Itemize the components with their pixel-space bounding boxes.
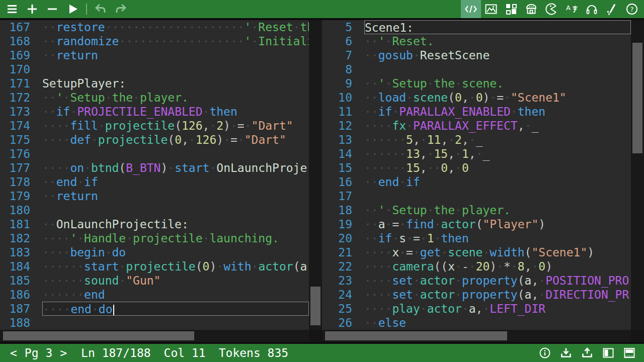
draw-tab-button[interactable] — [602, 0, 622, 18]
code-line-content[interactable]: ······13,·15,·1,·_ — [364, 147, 631, 161]
code-tab-button[interactable] — [461, 0, 481, 18]
code-line[interactable]: 21····x·=·get·scene·width("Scene1") — [322, 245, 631, 259]
code-line[interactable]: 179··return — [0, 189, 309, 203]
code-line-content[interactable]: ··a·=·find·actor("Player") — [364, 217, 631, 231]
code-line[interactable]: 5Scene1: — [322, 20, 631, 34]
upload-button[interactable] — [577, 344, 598, 362]
code-line-content[interactable]: ··return — [42, 48, 309, 62]
code-line[interactable]: 14······13,·15,·1,·_ — [322, 147, 631, 161]
code-line-content[interactable] — [42, 147, 309, 161]
code-line[interactable]: 13······5,·11,·2,·_ — [322, 133, 631, 147]
code-line-content[interactable]: ··end·if — [364, 175, 631, 189]
code-line[interactable]: 186······end — [0, 288, 309, 302]
undo-button[interactable] — [91, 0, 111, 18]
code-line[interactable]: 180 — [0, 203, 309, 217]
code-line[interactable]: 18··'·Setup·the·player. — [322, 203, 631, 217]
code-line[interactable]: 183····begin·do — [0, 245, 309, 259]
code-line-content[interactable]: ····fill·projectile(126,·2)·=·"Dart" — [42, 119, 309, 133]
code-line[interactable]: 170 — [0, 62, 309, 76]
code-line[interactable]: 182····'·Handle·projectile·launching. — [0, 231, 309, 245]
code-line[interactable]: 168··randomize··················'·Initia… — [0, 34, 309, 48]
code-line[interactable]: 175····def·projectile(0,·126)·=·"Dart" — [0, 133, 309, 147]
code-line-content[interactable]: ··'·Setup·the·scene. — [364, 76, 631, 90]
code-line-content[interactable] — [42, 62, 309, 76]
right-vertical-scrollbar[interactable] — [631, 20, 644, 330]
code-line[interactable]: 11··if·PARALLAX_ENABLED·then — [322, 105, 631, 119]
code-line[interactable]: 16··end·if — [322, 175, 631, 189]
code-line[interactable]: 22····camera((x·-·20)·*·8,·0) — [322, 259, 631, 274]
code-line-content[interactable]: ··'·Reset. — [364, 34, 631, 48]
code-line-content[interactable]: ····def·projectile(0,·126)·=·"Dart" — [42, 133, 309, 147]
code-line[interactable]: 12····fx·PARALLAX_EFFECT,·_ — [322, 119, 631, 133]
code-line-content[interactable]: ··return — [42, 189, 309, 203]
code-line-content[interactable]: ····set·actor·property(a,·DIRECTION_PR — [364, 288, 631, 302]
code-line-content[interactable]: ····set·actor·property(a,·POSITION_PRO — [364, 274, 631, 288]
code-line-content[interactable]: ··end·if — [42, 175, 309, 189]
code-line[interactable]: 8 — [322, 62, 631, 76]
right-horizontal-scroll-thumb[interactable] — [325, 331, 507, 340]
code-line-content[interactable]: ··if·PROJECTILE_ENABLED·then — [42, 105, 309, 119]
code-line-content[interactable]: ··'·Setup·the·player. — [364, 203, 631, 217]
left-code-area[interactable]: 167··restore····················'·Reset·… — [0, 20, 309, 330]
split-view-button[interactable] — [598, 344, 619, 362]
right-code-area[interactable]: 5Scene1:6··'·Reset.7··gosub·ResetScene89… — [322, 20, 631, 330]
code-line-content[interactable] — [42, 316, 309, 330]
code-line-content[interactable]: ····play·actor·a,·LEFT_DIR — [364, 302, 631, 316]
code-line[interactable]: 10··load·scene(0,·0)·=·"Scene1" — [322, 90, 631, 105]
code-line[interactable]: 181··OnLaunchProjectile: — [0, 217, 309, 231]
help-button[interactable]: ? — [622, 0, 642, 18]
code-line-content[interactable]: ····fx·PARALLAX_EFFECT,·_ — [364, 119, 631, 133]
code-line-content[interactable]: ··else — [364, 316, 631, 330]
code-line[interactable]: 15······15,··0,·0 — [322, 161, 631, 175]
right-horizontal-scrollbar[interactable] — [322, 330, 631, 342]
code-line[interactable]: 23····set·actor·property(a,·POSITION_PRO — [322, 274, 631, 288]
code-line[interactable]: 176 — [0, 147, 309, 161]
code-line-content[interactable]: ··'·Setup·the·player. — [42, 90, 309, 105]
code-line-content[interactable]: ······start·projectile(0)·with·actor(a — [42, 259, 309, 274]
info-button[interactable] — [534, 344, 555, 362]
code-line-content[interactable] — [364, 62, 631, 76]
next-page-button[interactable]: > — [59, 346, 68, 359]
code-line-content[interactable]: ····begin·do — [42, 245, 309, 259]
code-line[interactable]: 6··'·Reset. — [322, 34, 631, 48]
actors-tab-button[interactable] — [541, 0, 561, 18]
download-button[interactable] — [555, 344, 577, 362]
code-line[interactable]: 174····fill·projectile(126,·2)·=·"Dart" — [0, 119, 309, 133]
left-horizontal-scroll-thumb[interactable] — [3, 331, 194, 340]
code-line[interactable]: 26··else — [322, 316, 631, 330]
code-line[interactable]: 187····end·do — [0, 302, 309, 316]
code-line-content[interactable]: ··randomize··················'·Initiali — [42, 34, 309, 48]
shop-tab-button[interactable] — [521, 0, 541, 18]
code-line[interactable]: 25····play·actor·a,·LEFT_DIR — [322, 302, 631, 316]
right-vertical-scroll-thumb[interactable] — [632, 43, 642, 153]
current-line-content[interactable]: Scene1: — [364, 20, 631, 34]
code-line-content[interactable]: ······15,··0,·0 — [364, 161, 631, 175]
audio-tab-button[interactable] — [582, 0, 602, 18]
code-line-content[interactable]: SetupPlayer: — [42, 76, 309, 90]
code-line-content[interactable]: ··OnLaunchProjectile: — [42, 217, 309, 231]
code-line[interactable]: 169··return — [0, 48, 309, 62]
code-line-content[interactable]: ····on·btnd(B_BTN)·start·OnLaunchProje — [42, 161, 309, 175]
code-line[interactable]: 188 — [0, 316, 309, 330]
code-line-content[interactable]: ··restore····················'·Reset·th — [42, 20, 309, 34]
fonts-tab-button[interactable]: A — [561, 0, 582, 18]
code-line[interactable]: 167··restore····················'·Reset·… — [0, 20, 309, 34]
add-button[interactable] — [22, 0, 42, 18]
code-line[interactable]: 20··if·s·=·1·then — [322, 231, 631, 245]
code-line-content[interactable]: ····x·=·get·scene·width("Scene1") — [364, 245, 631, 259]
current-line-content[interactable]: ····end·do — [42, 302, 309, 316]
code-line[interactable]: 177····on·btnd(B_BTN)·start·OnLaunchProj… — [0, 161, 309, 175]
code-line[interactable]: 178··end·if — [0, 175, 309, 189]
code-line-content[interactable]: ······end — [42, 288, 309, 302]
left-vertical-scroll-thumb[interactable] — [310, 287, 320, 325]
code-line[interactable]: 24····set·actor·property(a,·DIRECTION_PR — [322, 288, 631, 302]
left-horizontal-scrollbar[interactable] — [0, 330, 309, 342]
code-line[interactable]: 19··a·=·find·actor("Player") — [322, 217, 631, 231]
prev-page-button[interactable]: < — [9, 346, 18, 359]
code-line[interactable]: 172··'·Setup·the·player. — [0, 90, 309, 105]
code-line[interactable]: 173··if·PROJECTILE_ENABLED·then — [0, 105, 309, 119]
keyboard-button[interactable] — [619, 344, 640, 362]
code-line[interactable]: 9··'·Setup·the·scene. — [322, 76, 631, 90]
menu-button[interactable] — [2, 0, 22, 18]
images-tab-button[interactable] — [481, 0, 501, 18]
